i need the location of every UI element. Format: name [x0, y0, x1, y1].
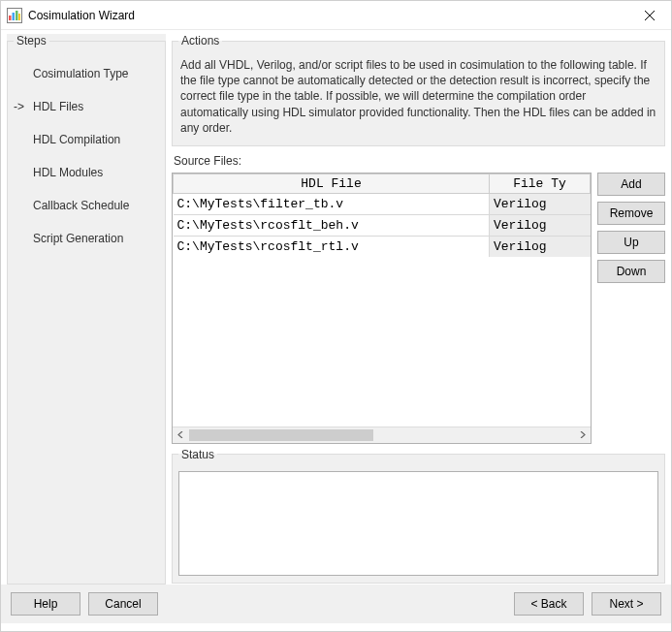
- step-label: HDL Compilation: [33, 133, 120, 146]
- step-label: HDL Files: [33, 100, 83, 113]
- up-button[interactable]: Up: [597, 231, 665, 254]
- svg-rect-2: [13, 13, 16, 20]
- file-action-buttons: Add Remove Up Down: [597, 173, 665, 444]
- source-files-table-wrap: HDL File File Ty C:\MyTests\filter_tb.vV…: [172, 173, 592, 444]
- column-header-type[interactable]: File Ty: [490, 174, 591, 193]
- footer-bar: Help Cancel < Back Next >: [1, 585, 671, 623]
- svg-rect-4: [18, 14, 20, 20]
- status-title: Status: [178, 448, 217, 461]
- step-item[interactable]: HDL Compilation: [14, 123, 159, 156]
- actions-title: Actions: [178, 34, 222, 47]
- table-row[interactable]: C:\MyTests\filter_tb.vVerilog: [174, 193, 591, 214]
- step-label: Script Generation: [33, 232, 123, 245]
- cancel-button[interactable]: Cancel: [88, 592, 158, 616]
- file-type-cell[interactable]: Verilog: [490, 214, 591, 236]
- down-button[interactable]: Down: [597, 260, 665, 283]
- scroll-left-arrow-icon[interactable]: [173, 427, 189, 443]
- table-row[interactable]: C:\MyTests\rcosflt_rtl.vVerilog: [174, 236, 591, 257]
- svg-rect-3: [16, 11, 18, 20]
- step-label: Callback Schedule: [33, 199, 129, 212]
- step-label: Cosimulation Type: [33, 67, 129, 80]
- actions-text: Add all VHDL, Verilog, and/or script fil…: [178, 53, 658, 138]
- step-item[interactable]: ->HDL Files: [14, 90, 159, 123]
- window-title: Cosimulation Wizard: [28, 9, 135, 22]
- steps-title: Steps: [14, 34, 49, 47]
- source-files-area: HDL File File Ty C:\MyTests\filter_tb.vV…: [172, 173, 665, 444]
- file-type-cell[interactable]: Verilog: [490, 236, 591, 257]
- remove-button[interactable]: Remove: [597, 202, 665, 225]
- status-text-area[interactable]: [178, 471, 658, 576]
- steps-sidebar: Steps Cosimulation Type->HDL FilesHDL Co…: [7, 34, 166, 585]
- column-header-file[interactable]: HDL File: [174, 174, 490, 193]
- next-button[interactable]: Next >: [592, 592, 661, 616]
- step-marker: ->: [14, 100, 33, 113]
- step-item[interactable]: HDL Modules: [14, 156, 159, 189]
- status-group: Status: [172, 448, 665, 584]
- step-item[interactable]: Cosimulation Type: [14, 57, 159, 90]
- file-path-cell[interactable]: C:\MyTests\rcosflt_rtl.v: [174, 236, 490, 257]
- scrollbar-track[interactable]: [189, 427, 574, 443]
- main-content: Steps Cosimulation Type->HDL FilesHDL Co…: [1, 30, 671, 585]
- scroll-right-arrow-icon[interactable]: [574, 427, 591, 443]
- table-row[interactable]: C:\MyTests\rcosflt_beh.vVerilog: [174, 214, 591, 236]
- steps-panel: Steps Cosimulation Type->HDL FilesHDL Co…: [7, 34, 166, 585]
- step-item[interactable]: Script Generation: [14, 222, 159, 255]
- actions-group: Actions Add all VHDL, Verilog, and/or sc…: [172, 34, 665, 146]
- add-button[interactable]: Add: [597, 173, 665, 196]
- file-type-cell[interactable]: Verilog: [490, 193, 591, 214]
- file-path-cell[interactable]: C:\MyTests\filter_tb.v: [174, 193, 490, 214]
- scrollbar-thumb[interactable]: [189, 429, 373, 441]
- main-area: Actions Add all VHDL, Verilog, and/or sc…: [172, 34, 665, 585]
- step-item[interactable]: Callback Schedule: [14, 189, 159, 222]
- window-close-button[interactable]: [628, 1, 671, 29]
- source-files-label: Source Files:: [172, 150, 665, 169]
- title-bar: Cosimulation Wizard: [1, 1, 671, 30]
- table-empty-area[interactable]: [173, 257, 591, 427]
- steps-list: Cosimulation Type->HDL FilesHDL Compilat…: [14, 53, 159, 255]
- app-icon: [7, 8, 22, 23]
- step-label: HDL Modules: [33, 166, 103, 179]
- horizontal-scrollbar[interactable]: [173, 427, 591, 443]
- close-icon: [645, 11, 655, 20]
- file-path-cell[interactable]: C:\MyTests\rcosflt_beh.v: [174, 214, 490, 236]
- source-files-table: HDL File File Ty C:\MyTests\filter_tb.vV…: [173, 174, 591, 258]
- help-button[interactable]: Help: [11, 592, 80, 616]
- svg-rect-1: [9, 16, 12, 20]
- source-files-tbody: C:\MyTests\filter_tb.vVerilogC:\MyTests\…: [174, 193, 591, 257]
- back-button[interactable]: < Back: [514, 592, 584, 616]
